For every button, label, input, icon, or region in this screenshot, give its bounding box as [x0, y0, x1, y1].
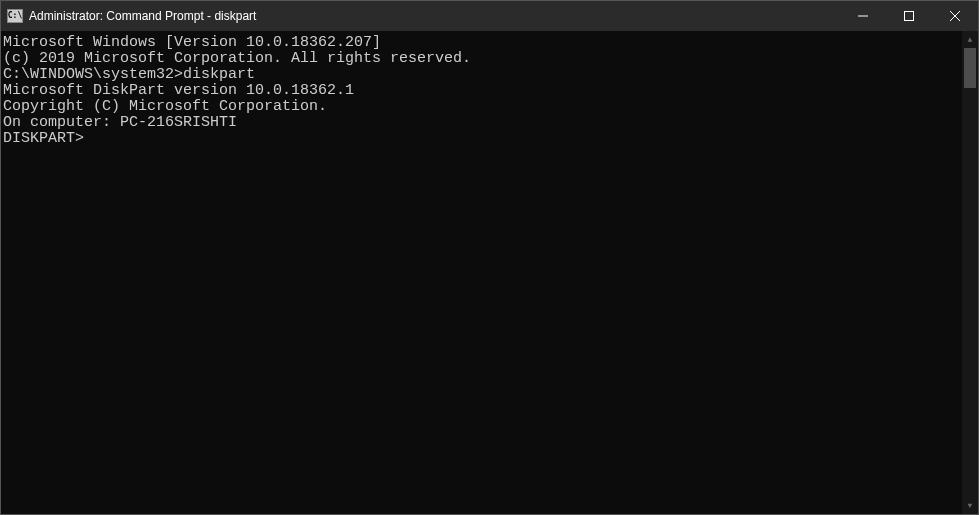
prompt-line: C:\WINDOWS\system32>diskpart	[3, 67, 960, 83]
minimize-button[interactable]	[840, 1, 886, 31]
app-icon-text: C:\	[8, 12, 22, 20]
output-line: (c) 2019 Microsoft Corporation. All righ…	[3, 51, 960, 67]
minimize-icon	[858, 11, 868, 21]
maximize-button[interactable]	[886, 1, 932, 31]
svg-rect-1	[905, 12, 914, 21]
terminal-area: Microsoft Windows [Version 10.0.18362.20…	[1, 31, 978, 514]
scrollbar[interactable]: ▲ ▼	[962, 31, 978, 514]
scroll-up-arrow[interactable]: ▲	[962, 31, 978, 48]
output-line: Copyright (C) Microsoft Corporation.	[3, 99, 960, 115]
output-line: On computer: PC-216SRISHTI	[3, 115, 960, 131]
command-prompt-window: C:\ Administrator: Command Prompt - disk…	[0, 0, 979, 515]
scroll-track[interactable]	[962, 48, 978, 497]
output-line: Microsoft DiskPart version 10.0.18362.1	[3, 83, 960, 99]
titlebar[interactable]: C:\ Administrator: Command Prompt - disk…	[1, 1, 978, 31]
maximize-icon	[904, 11, 914, 21]
prompt-line: DISKPART>	[3, 131, 960, 147]
scroll-down-arrow[interactable]: ▼	[962, 497, 978, 514]
titlebar-left: C:\ Administrator: Command Prompt - disk…	[1, 9, 256, 23]
close-icon	[950, 11, 960, 21]
titlebar-controls	[840, 1, 978, 31]
window-title: Administrator: Command Prompt - diskpart	[29, 9, 256, 23]
scroll-thumb[interactable]	[964, 48, 976, 88]
close-button[interactable]	[932, 1, 978, 31]
output-line: Microsoft Windows [Version 10.0.18362.20…	[3, 35, 960, 51]
app-icon: C:\	[7, 9, 23, 23]
terminal-output[interactable]: Microsoft Windows [Version 10.0.18362.20…	[1, 31, 962, 514]
